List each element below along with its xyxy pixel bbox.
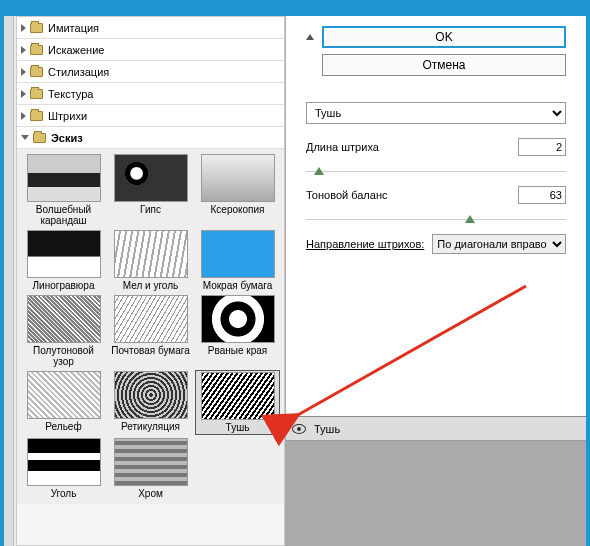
folder-icon xyxy=(33,133,46,143)
chevron-right-icon xyxy=(21,68,26,76)
folder-icon xyxy=(30,45,43,55)
stroke-direction-label: Направление штрихов: xyxy=(306,238,424,250)
category-sketch[interactable]: Эскиз xyxy=(17,127,284,149)
category-imitation[interactable]: Имитация xyxy=(17,17,284,39)
category-label: Искажение xyxy=(48,44,104,56)
category-label: Стилизация xyxy=(48,66,109,78)
filter-thumb[interactable]: Мокрая бумага xyxy=(195,229,280,292)
filter-thumb-selected[interactable]: Тушь xyxy=(195,370,280,435)
layer-name: Тушь xyxy=(314,423,340,435)
chevron-right-icon xyxy=(21,112,26,120)
filter-thumb[interactable]: Линогравюра xyxy=(21,229,106,292)
filter-thumb[interactable]: Мел и уголь xyxy=(108,229,193,292)
cancel-button[interactable]: Отмена xyxy=(322,54,566,76)
folder-icon xyxy=(30,23,43,33)
category-strokes[interactable]: Штрихи xyxy=(17,105,284,127)
filter-thumb[interactable]: Уголь xyxy=(21,437,106,500)
chevron-right-icon xyxy=(21,90,26,98)
svg-line-0 xyxy=(296,286,526,416)
category-label: Эскиз xyxy=(51,132,83,144)
ok-button[interactable]: OK xyxy=(322,26,566,48)
category-distort[interactable]: Искажение xyxy=(17,39,284,61)
tone-balance-label: Тоновой баланс xyxy=(306,189,388,201)
category-texture[interactable]: Текстура xyxy=(17,83,284,105)
stroke-length-input[interactable] xyxy=(518,138,566,156)
chevron-right-icon xyxy=(21,46,26,54)
filter-thumb[interactable]: Гипс xyxy=(108,153,193,227)
category-label: Штрихи xyxy=(48,110,87,122)
filter-thumb[interactable]: Рваные края xyxy=(195,294,280,368)
filter-thumb[interactable]: Полутоновой узор xyxy=(21,294,106,368)
filter-thumb[interactable]: Почтовая бумага xyxy=(108,294,193,368)
stroke-length-label: Длина штриха xyxy=(306,141,379,153)
stroke-length-slider[interactable] xyxy=(306,158,566,172)
folder-icon xyxy=(30,89,43,99)
filter-thumb[interactable]: Ретикуляция xyxy=(108,370,193,435)
filter-thumbnails: Волшебный карандаш Гипс Ксерокопия Линог… xyxy=(17,149,284,504)
filter-thumb[interactable]: Хром xyxy=(108,437,193,500)
visibility-eye-icon[interactable] xyxy=(292,424,306,434)
folder-icon xyxy=(30,67,43,77)
collapse-toggle-icon[interactable] xyxy=(306,34,314,40)
filter-select[interactable]: Тушь xyxy=(306,102,566,124)
effect-layers-panel: Тушь xyxy=(286,416,586,546)
effect-layer-row[interactable]: Тушь xyxy=(286,417,586,441)
filter-thumb[interactable]: Рельеф xyxy=(21,370,106,435)
category-label: Имитация xyxy=(48,22,99,34)
filter-category-list: Имитация Искажение Стилизация Текстура Ш xyxy=(16,16,285,546)
filter-thumb[interactable]: Ксерокопия xyxy=(195,153,280,227)
folder-icon xyxy=(30,111,43,121)
chevron-right-icon xyxy=(21,24,26,32)
filter-thumb[interactable]: Волшебный карандаш xyxy=(21,153,106,227)
stroke-direction-select[interactable]: По диагонали вправо xyxy=(432,234,566,254)
category-stylize[interactable]: Стилизация xyxy=(17,61,284,83)
category-label: Текстура xyxy=(48,88,93,100)
chevron-down-icon xyxy=(21,135,29,140)
tone-balance-slider[interactable] xyxy=(306,206,566,220)
tone-balance-input[interactable] xyxy=(518,186,566,204)
